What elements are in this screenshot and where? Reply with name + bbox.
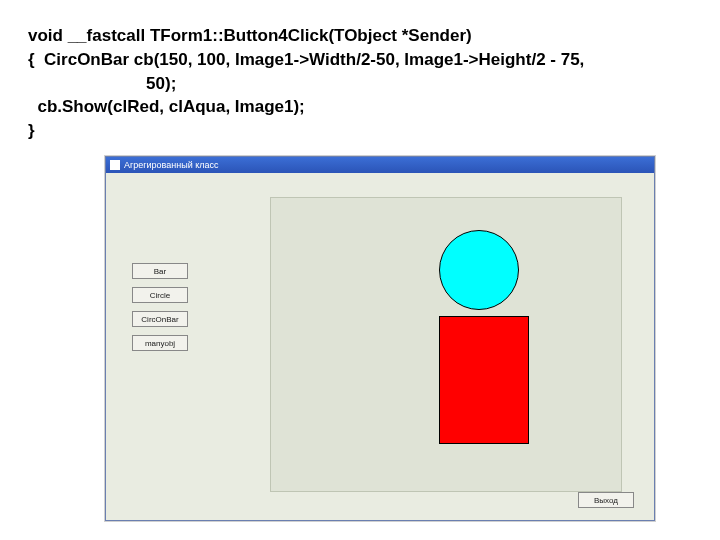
window-icon [110, 160, 120, 170]
code-line-2: { CircOnBar cb(150, 100, Image1->Width/2… [28, 50, 584, 69]
manyobj-button[interactable]: manyobj [132, 335, 188, 351]
window-title: Агрегированный класс [124, 160, 219, 170]
code-snippet: void __fastcall TForm1::Button4Click(TOb… [28, 24, 584, 143]
bar-button[interactable]: Bar [132, 263, 188, 279]
circle-button-label: Circle [150, 291, 170, 300]
aqua-circle [439, 230, 519, 310]
manyobj-button-label: manyobj [145, 339, 175, 348]
app-window: Агрегированный класс Bar Circle CircOnBa… [105, 156, 655, 521]
circle-button[interactable]: Circle [132, 287, 188, 303]
circonbar-button-label: CircOnBar [141, 315, 178, 324]
client-area: Bar Circle CircOnBar manyobj Выход [106, 173, 654, 520]
titlebar[interactable]: Агрегированный класс [106, 157, 654, 173]
red-rectangle [439, 316, 529, 444]
exit-button-label: Выход [594, 496, 618, 505]
drawing-canvas [270, 197, 622, 492]
exit-button[interactable]: Выход [578, 492, 634, 508]
code-line-4: cb.Show(clRed, clAqua, Image1); [28, 97, 305, 116]
circonbar-button[interactable]: CircOnBar [132, 311, 188, 327]
bar-button-label: Bar [154, 267, 166, 276]
code-line-1: void __fastcall TForm1::Button4Click(TOb… [28, 26, 472, 45]
code-line-3: 50); [28, 74, 176, 93]
code-line-5: } [28, 121, 35, 140]
